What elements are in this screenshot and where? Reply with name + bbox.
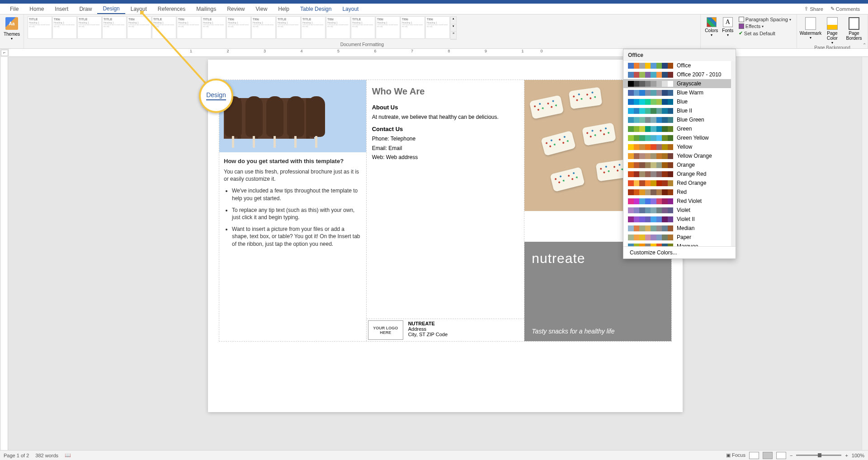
word-count[interactable]: 382 words [35, 453, 58, 458]
style-gallery-item[interactable]: TITLEHeading 1Lorem ipsum dolor sit amet… [152, 16, 176, 39]
tab-table-layout[interactable]: Layout [337, 5, 364, 14]
web-text[interactable]: Web: Web address [372, 154, 519, 161]
panel1-heading[interactable]: How do you get started with this templat… [224, 158, 362, 164]
proofing-icon[interactable]: 📖 [65, 452, 71, 458]
vertical-scrollbar[interactable] [862, 57, 868, 450]
tab-layout[interactable]: Layout [125, 5, 152, 14]
panel1-li3[interactable]: Want to insert a picture from your files… [232, 225, 362, 248]
tab-home[interactable]: Home [24, 5, 49, 14]
color-scheme-item[interactable]: Median [623, 224, 731, 233]
web-layout-button[interactable] [776, 452, 786, 459]
color-scheme-item[interactable]: Red Violet [623, 197, 731, 206]
brochure-panel-1[interactable]: How do you get started with this templat… [219, 80, 367, 341]
color-scheme-item[interactable]: Green [623, 124, 731, 133]
color-scheme-item[interactable]: Yellow Orange [623, 151, 731, 160]
email-text[interactable]: Email: Email [372, 145, 519, 152]
tab-design[interactable]: Design [97, 4, 125, 14]
logo-placeholder[interactable]: YOUR LOGO HERE [368, 320, 403, 340]
tab-review[interactable]: Review [222, 5, 250, 14]
panel1-image[interactable] [219, 80, 366, 152]
color-scheme-item[interactable]: Yellow [623, 142, 731, 151]
gallery-down[interactable]: ▾ [451, 24, 456, 32]
panel2-title[interactable]: Who We Are [372, 86, 519, 97]
color-scheme-item[interactable]: Red Orange [623, 178, 731, 188]
panel1-li1[interactable]: We've included a few tips throughout the… [232, 187, 362, 202]
zoom-level[interactable]: 100% [852, 453, 864, 458]
zoom-out-button[interactable]: − [790, 453, 793, 458]
color-scheme-item[interactable]: Red [623, 188, 731, 197]
style-gallery-item[interactable]: TitleHeading 1Lorem ipsum dolor sit amet… [177, 16, 201, 39]
customize-colors-button[interactable]: Customize Colors... [623, 246, 736, 258]
tagline[interactable]: Tasty snacks for a healthy life [532, 328, 614, 335]
style-gallery-item[interactable]: TITLEHeading 1Lorem ipsum dolor sit amet… [351, 16, 375, 39]
style-gallery-item[interactable]: TitleHeading 1Lorem ipsum dolor sit amet… [425, 16, 450, 39]
tab-table-design[interactable]: Table Design [295, 5, 337, 14]
focus-button[interactable]: ▣ Focus [726, 452, 745, 458]
contact-heading[interactable]: Contact Us [372, 126, 519, 132]
color-scheme-item[interactable]: Blue Green [623, 115, 731, 124]
page-color-button[interactable]: Page Color▾ [821, 15, 843, 45]
style-gallery-item[interactable]: TitleHeading 1Lorem ipsum dolor sit amet… [52, 16, 77, 39]
color-scheme-item[interactable]: Blue II [623, 106, 731, 115]
color-scheme-item[interactable]: Blue [623, 97, 731, 106]
company-name[interactable]: NUTREATE [408, 321, 448, 326]
style-gallery-item[interactable]: TITLEHeading 1Lorem ipsum dolor sit amet… [276, 16, 301, 39]
effects-button[interactable]: Effects ▾ [738, 23, 792, 29]
color-scheme-item[interactable]: Violet II [623, 215, 731, 224]
style-gallery-item[interactable]: TitleHeading 1Lorem ipsum dolor sit amet… [226, 16, 251, 39]
color-scheme-item[interactable]: Violet [623, 206, 731, 215]
style-gallery-item[interactable]: TITLEHeading 1Lorem ipsum dolor sit amet… [102, 16, 127, 39]
vertical-ruler[interactable] [1, 57, 8, 450]
color-scheme-item[interactable]: Orange [623, 160, 731, 169]
color-scheme-item[interactable]: Green Yellow [623, 133, 731, 142]
about-text[interactable]: At nutreate, we believe that healthy can… [372, 113, 519, 121]
tab-insert[interactable]: Insert [49, 5, 74, 14]
brochure-panel-2[interactable]: Who We Are About Us At nutreate, we beli… [367, 80, 525, 341]
about-heading[interactable]: About Us [372, 104, 519, 111]
set-default-button[interactable]: ✔Set as Default [738, 30, 792, 37]
style-gallery-item[interactable]: TitleHeading 1Lorem ipsum dolor sit amet… [251, 16, 276, 39]
scroll-up-button[interactable]: ▴ [731, 61, 736, 66]
style-gallery[interactable]: TITLEHeading 1Lorem ipsum dolor sit amet… [27, 15, 698, 41]
style-gallery-item[interactable]: TitleHeading 1Lorem ipsum dolor sit amet… [127, 16, 151, 39]
panel1-li2[interactable]: To replace any tip text (such as this) w… [232, 207, 362, 221]
zoom-slider[interactable] [796, 455, 841, 456]
address-line2[interactable]: City, ST ZIP Code [408, 332, 448, 337]
tab-draw[interactable]: Draw [74, 5, 97, 14]
tab-help[interactable]: Help [273, 5, 295, 14]
color-scheme-item[interactable]: Blue Warm [623, 88, 731, 97]
fonts-button[interactable]: A Fonts▾ [720, 15, 736, 41]
style-gallery-item[interactable]: TITLEHeading 1Lorem ipsum dolor sit amet… [77, 16, 102, 39]
print-layout-button[interactable] [763, 452, 773, 459]
page-indicator[interactable]: Page 1 of 2 [4, 453, 29, 458]
themes-button[interactable]: Aa Themes ▾ [3, 15, 21, 41]
tab-view[interactable]: View [250, 5, 273, 14]
paragraph-spacing-button[interactable]: Paragraph Spacing ▾ [738, 16, 792, 23]
zoom-in-button[interactable]: + [845, 453, 848, 458]
dropdown-scrollbar[interactable]: ▴ ▾ [731, 61, 736, 246]
tab-references[interactable]: References [152, 5, 191, 14]
watermark-button[interactable]: Watermark▾ [800, 15, 821, 45]
color-scheme-item[interactable]: Office [623, 61, 731, 70]
color-scheme-item[interactable]: Grayscale [623, 79, 731, 88]
style-gallery-item[interactable]: TitleHeading 1Lorem ipsum dolor sit amet… [326, 16, 350, 39]
collapse-ribbon-button[interactable]: ⌃ [863, 42, 866, 47]
style-gallery-item[interactable]: TITLEHeading 1Lorem ipsum dolor sit amet… [28, 16, 52, 39]
color-scheme-item[interactable]: Paper [623, 233, 731, 242]
scrollbar-thumb[interactable] [731, 66, 736, 229]
share-button[interactable]: ⇪Share [801, 5, 826, 13]
colors-button[interactable]: Colors▾ [703, 15, 720, 41]
address-line1[interactable]: Address [408, 326, 448, 332]
color-scheme-item[interactable]: Marquee [623, 242, 731, 246]
panel1-para[interactable]: You can use this fresh, professional bro… [224, 168, 362, 183]
gallery-up[interactable]: ▴ [451, 17, 456, 24]
read-mode-button[interactable] [749, 452, 759, 459]
horizontal-ruler[interactable]: 1 2 3 4 5 6 7 8 9 10 [9, 49, 868, 57]
style-gallery-item[interactable]: TitleHeading 1Lorem ipsum dolor sit amet… [401, 16, 425, 39]
document-page[interactable]: How do you get started with this templat… [208, 60, 683, 412]
color-scheme-item[interactable]: Orange Red [623, 169, 731, 178]
style-gallery-item[interactable]: TitleHeading 1Lorem ipsum dolor sit amet… [376, 16, 400, 39]
page-borders-button[interactable]: Page Borders [843, 15, 865, 45]
style-gallery-item[interactable]: TITLEHeading 1Lorem ipsum dolor sit amet… [202, 16, 226, 39]
style-gallery-item[interactable]: TITLEHeading 1Lorem ipsum dolor sit amet… [301, 16, 326, 39]
